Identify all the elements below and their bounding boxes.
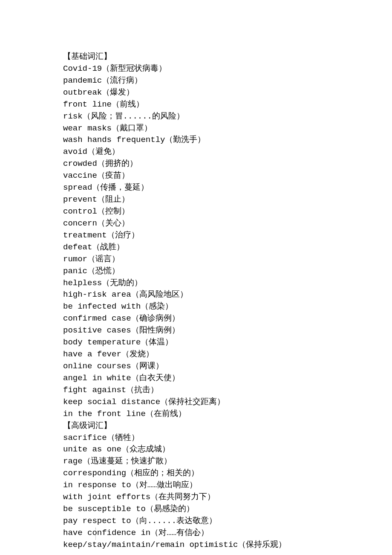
vocab-entry: positive cases（阳性病例） xyxy=(63,325,331,337)
vocab-entry: have a fever（发烧） xyxy=(63,349,331,361)
vocab-entry: outbreak（爆发） xyxy=(63,87,331,99)
vocab-entry: body temperature（体温） xyxy=(63,337,331,349)
vocab-entry: rumor（谣言） xyxy=(63,254,331,266)
document-body: 【基础词汇】 Covid-19（新型冠状病毒） pandemic（流行病） ou… xyxy=(0,0,331,551)
vocab-entry: corresponding（相应的；相关的） xyxy=(63,468,331,480)
vocab-entry: pandemic（流行病） xyxy=(63,75,331,87)
vocab-entry: helpless（无助的） xyxy=(63,278,331,289)
vocab-entry: sacrifice（牺牲） xyxy=(63,432,331,444)
vocab-entry: in response to（对……做出响应） xyxy=(63,480,331,491)
vocab-entry: risk（风险；冒......的风险） xyxy=(63,111,331,123)
vocab-entry: unite as one（众志成城） xyxy=(63,444,331,456)
vocab-entry: be susceptible to（易感染的） xyxy=(63,503,331,515)
vocab-entry: be infected with（感染） xyxy=(63,301,331,313)
vocab-entry: pay respect to（向......表达敬意） xyxy=(63,515,331,527)
vocab-entry: avoid（避免） xyxy=(63,146,331,158)
vocab-entry: concern（关心） xyxy=(63,218,331,230)
page-number: 2 xyxy=(0,529,392,539)
vocab-entry: with joint efforts（在共同努力下） xyxy=(63,491,331,503)
vocab-entry: confirmed case（确诊病例） xyxy=(63,313,331,325)
vocab-entry: angel in white（白衣天使） xyxy=(63,373,331,384)
vocab-entry: crowded（拥挤的） xyxy=(63,158,331,170)
section-heading-basic: 【基础词汇】 xyxy=(63,51,331,63)
vocab-entry: control（控制） xyxy=(63,206,331,218)
section-heading-advanced: 【高级词汇】 xyxy=(63,420,331,432)
vocab-entry: keep/stay/maintain/remain optimistic（保持乐… xyxy=(63,539,331,551)
vocab-entry: rage（迅速蔓延；快速扩散） xyxy=(63,456,331,468)
vocab-entry: front line（前线） xyxy=(63,99,331,111)
vocab-entry: spread（传播，蔓延） xyxy=(63,182,331,194)
vocab-entry: keep social distance（保持社交距离） xyxy=(63,396,331,408)
vocab-entry: panic（恐慌） xyxy=(63,266,331,278)
vocab-entry: vaccine（疫苗） xyxy=(63,170,331,182)
vocab-entry: online courses（网课） xyxy=(63,361,331,373)
vocab-entry: wash hands frequently（勤洗手） xyxy=(63,134,331,146)
vocab-entry: in the front line（在前线） xyxy=(63,408,331,420)
vocab-entry: treatment（治疗） xyxy=(63,230,331,242)
vocab-entry: fight against（抗击） xyxy=(63,384,331,396)
vocab-entry: prevent（阻止） xyxy=(63,194,331,206)
vocab-entry: Covid-19（新型冠状病毒） xyxy=(63,63,331,75)
vocab-entry: defeat（战胜） xyxy=(63,242,331,254)
vocab-entry: wear masks（戴口罩） xyxy=(63,123,331,135)
vocab-entry: high-risk area（高风险地区） xyxy=(63,289,331,301)
